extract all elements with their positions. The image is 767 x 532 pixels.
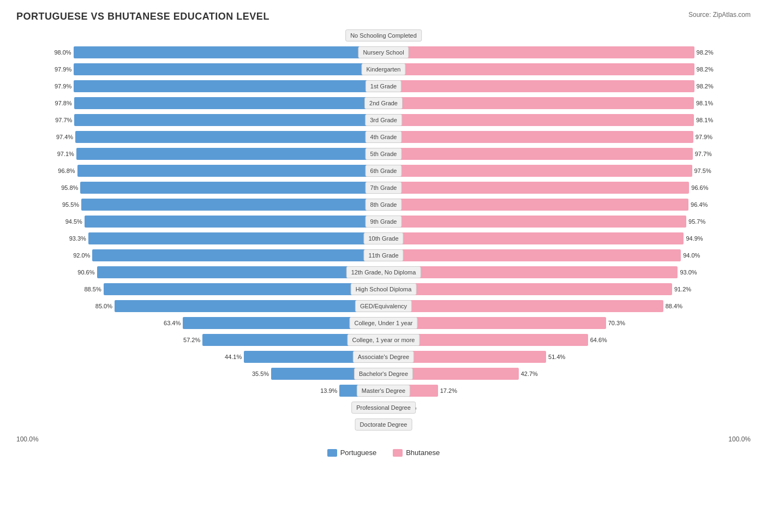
center-label: Master's Degree xyxy=(357,385,410,397)
center-label: 3rd Grade xyxy=(365,114,402,126)
center-label: 8th Grade xyxy=(365,199,402,211)
chart-container: PORTUGUESE VS BHUTANESE EDUCATION LEVEL … xyxy=(0,0,767,532)
left-bar-label: 96.8% xyxy=(58,168,75,174)
right-bar-fill xyxy=(384,114,694,126)
chart-row: 97.8%98.1%2nd Grade xyxy=(16,95,751,111)
left-bar-label: 97.8% xyxy=(55,100,72,106)
right-bar-fill xyxy=(384,283,672,295)
legend: Portuguese Bhutanese xyxy=(16,449,751,457)
right-bar-label: 97.7% xyxy=(695,151,712,157)
left-bar-fill xyxy=(97,266,384,278)
center-label: Bachelor's Degree xyxy=(354,368,413,380)
right-bar-fill xyxy=(384,249,681,261)
right-bar-label: 95.7% xyxy=(688,218,705,225)
left-bar-fill xyxy=(76,148,384,160)
center-label: College, 1 year or more xyxy=(347,334,420,346)
portuguese-label: Portuguese xyxy=(340,449,377,457)
left-bar-label: 97.9% xyxy=(54,66,71,73)
bottom-labels: 100.0% 100.0% xyxy=(16,435,751,443)
right-bar-label: 98.2% xyxy=(697,66,714,73)
right-bar-fill xyxy=(384,165,692,177)
right-bar-fill xyxy=(384,300,663,312)
chart-row: 2.1%1.8%No Schooling Completed xyxy=(16,28,751,43)
left-bar-label: 57.2% xyxy=(183,337,200,343)
left-bar-fill xyxy=(81,199,384,211)
right-bar-label: 98.1% xyxy=(696,117,713,123)
left-bar-label: 90.6% xyxy=(77,269,95,276)
left-bar-label: 97.7% xyxy=(55,117,72,123)
bhutanese-label: Bhutanese xyxy=(406,449,440,457)
center-label: 5th Grade xyxy=(365,148,402,160)
chart-row: 88.5%91.2%High School Diploma xyxy=(16,282,751,297)
right-bar-label: 98.1% xyxy=(696,100,713,106)
chart-row: 96.8%97.5%6th Grade xyxy=(16,163,751,178)
center-label: 7th Grade xyxy=(365,182,402,194)
left-bar-label: 13.9% xyxy=(320,387,337,394)
center-label: 2nd Grade xyxy=(364,97,403,109)
left-bar-fill xyxy=(74,46,384,58)
source-text: Source: ZipAtlas.com xyxy=(688,11,751,19)
chart-row: 95.5%96.4%8th Grade xyxy=(16,197,751,212)
right-bar-label: 98.2% xyxy=(697,49,714,56)
left-bar-label: 85.0% xyxy=(95,303,112,309)
chart-row: 93.3%94.9%10th Grade xyxy=(16,231,751,246)
right-bar-fill xyxy=(384,148,693,160)
left-bar-fill xyxy=(77,165,384,177)
center-label: 9th Grade xyxy=(365,216,402,228)
chart-row: 85.0%88.4%GED/Equivalency xyxy=(16,298,751,314)
center-label: Nursery School xyxy=(358,46,409,58)
right-bar-label: 17.2% xyxy=(440,387,457,394)
bottom-left-label: 100.0% xyxy=(16,435,39,443)
right-bar-label: 88.4% xyxy=(666,303,682,309)
center-label: 6th Grade xyxy=(365,165,402,177)
right-bar-label: 64.6% xyxy=(590,337,607,343)
chart-row: 94.5%95.7%9th Grade xyxy=(16,214,751,229)
left-bar-fill xyxy=(80,182,384,194)
chart-row: 95.8%96.6%7th Grade xyxy=(16,180,751,195)
chart-row: 44.1%51.4%Associate's Degree xyxy=(16,349,751,364)
right-bar-fill xyxy=(384,131,693,143)
chart-row: 57.2%64.6%College, 1 year or more xyxy=(16,332,751,348)
right-bar-fill xyxy=(384,97,694,109)
left-bar-label: 97.1% xyxy=(57,151,74,157)
chart-row: 4.1%5.4%Professional Degree xyxy=(16,400,751,415)
chart-row: 97.7%98.1%3rd Grade xyxy=(16,112,751,128)
left-bar-fill xyxy=(74,114,384,126)
left-bar-label: 44.1% xyxy=(224,354,242,360)
left-bar-fill xyxy=(74,80,384,92)
right-bar-label: 97.5% xyxy=(694,168,711,174)
center-label: College, Under 1 year xyxy=(349,317,417,329)
center-label: 10th Grade xyxy=(363,232,403,244)
center-label: 4th Grade xyxy=(365,131,402,143)
right-bar-label: 94.9% xyxy=(686,235,703,242)
portuguese-color-swatch xyxy=(327,449,337,457)
left-bar-label: 63.4% xyxy=(163,320,181,326)
center-label: Associate's Degree xyxy=(353,351,414,363)
right-bar-label: 70.3% xyxy=(608,320,625,326)
chart-row: 13.9%17.2%Master's Degree xyxy=(16,383,751,398)
right-bar-fill xyxy=(384,199,688,211)
right-bar-label: 96.4% xyxy=(691,201,708,208)
center-label: Kindergarten xyxy=(362,63,406,75)
right-bar-fill xyxy=(384,46,694,58)
center-label: Doctorate Degree xyxy=(355,419,412,431)
chart-row: 92.0%94.0%11th Grade xyxy=(16,248,751,263)
legend-bhutanese: Bhutanese xyxy=(393,449,440,457)
chart-title: PORTUGUESE VS BHUTANESE EDUCATION LEVEL xyxy=(16,11,751,22)
chart-row: 97.1%97.7%5th Grade xyxy=(16,146,751,162)
left-bar-label: 97.4% xyxy=(56,134,73,140)
chart-row: 98.0%98.2%Nursery School xyxy=(16,45,751,60)
chart-row: 1.8%2.3%Doctorate Degree xyxy=(16,417,751,432)
right-bar-label: 98.2% xyxy=(697,83,714,89)
left-bar-label: 88.5% xyxy=(84,286,101,292)
center-label: GED/Equivalency xyxy=(355,300,412,312)
chart-row: 63.4%70.3%College, Under 1 year xyxy=(16,315,751,331)
right-bar-label: 51.4% xyxy=(548,354,565,360)
left-bar-label: 35.5% xyxy=(251,370,269,377)
center-label: Professional Degree xyxy=(351,402,416,414)
right-bar-label: 91.2% xyxy=(674,286,691,292)
chart-area: 2.1%1.8%No Schooling Completed98.0%98.2%… xyxy=(16,28,751,432)
center-label: 1st Grade xyxy=(365,80,402,92)
right-bar-fill xyxy=(384,216,686,228)
left-bar-fill xyxy=(74,97,384,109)
